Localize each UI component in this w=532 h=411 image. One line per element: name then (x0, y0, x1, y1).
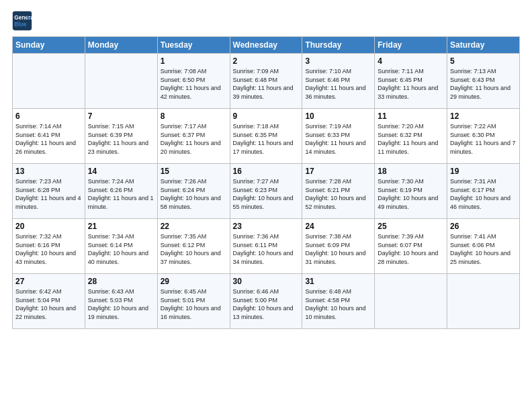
calendar-cell: 29Sunrise: 6:45 AMSunset: 5:01 PMDayligh… (157, 274, 230, 329)
cell-info: Daylight: 10 hours and 37 minutes. (161, 249, 227, 266)
cell-info: Sunrise: 7:23 AM (15, 177, 82, 186)
cell-info: Sunset: 6:43 PM (450, 76, 517, 85)
calendar-week-4: 20Sunrise: 7:32 AMSunset: 6:16 PMDayligh… (13, 219, 520, 274)
page: General Blue SundayMondayTuesdayWednesda… (0, 0, 532, 411)
cell-info: Daylight: 11 hours and 1 minute. (88, 194, 154, 211)
cell-info: Daylight: 10 hours and 10 minutes. (305, 304, 371, 321)
calendar-cell: 4Sunrise: 7:11 AMSunset: 6:45 PMDaylight… (375, 54, 447, 109)
calendar-cell: 8Sunrise: 7:17 AMSunset: 6:37 PMDaylight… (157, 109, 230, 164)
cell-info: Sunrise: 7:15 AM (88, 122, 154, 131)
cell-info: Daylight: 10 hours and 16 minutes. (161, 304, 227, 321)
calendar-cell: 26Sunrise: 7:41 AMSunset: 6:06 PMDayligh… (447, 219, 520, 274)
calendar-body: 1Sunrise: 7:08 AMSunset: 6:50 PMDaylight… (13, 54, 520, 329)
cell-info: Daylight: 11 hours and 42 minutes. (161, 84, 227, 101)
cell-info: Sunset: 6:07 PM (378, 241, 444, 250)
day-header-saturday: Saturday (447, 37, 520, 54)
cell-info: Sunset: 6:48 PM (233, 76, 300, 85)
calendar-cell: 19Sunrise: 7:31 AMSunset: 6:17 PMDayligh… (447, 164, 520, 219)
cell-info: Sunrise: 7:26 AM (161, 177, 227, 186)
cell-info: Sunset: 6:41 PM (15, 131, 82, 140)
cell-info: Sunrise: 7:28 AM (305, 177, 371, 186)
cell-info: Sunrise: 7:09 AM (233, 67, 300, 76)
day-header-monday: Monday (85, 37, 157, 54)
svg-text:Blue: Blue (14, 21, 26, 28)
calendar-week-5: 27Sunrise: 6:42 AMSunset: 5:04 PMDayligh… (13, 274, 520, 329)
cell-info: Daylight: 11 hours and 11 minutes. (378, 139, 444, 156)
cell-info: Sunset: 6:21 PM (305, 186, 371, 195)
cell-info: Daylight: 10 hours and 49 minutes. (378, 194, 444, 211)
day-number: 27 (15, 277, 82, 286)
cell-info: Sunset: 6:16 PM (15, 241, 82, 250)
cell-info: Sunrise: 7:34 AM (88, 232, 154, 241)
cell-info: Sunrise: 7:24 AM (88, 177, 154, 186)
cell-info: Sunset: 5:03 PM (88, 296, 154, 305)
calendar-week-1: 1Sunrise: 7:08 AMSunset: 6:50 PMDaylight… (13, 54, 520, 109)
calendar-cell: 16Sunrise: 7:27 AMSunset: 6:23 PMDayligh… (230, 164, 302, 219)
calendar-cell: 31Sunrise: 6:48 AMSunset: 4:58 PMDayligh… (302, 274, 375, 329)
day-number: 11 (378, 111, 444, 121)
day-number: 19 (450, 167, 517, 176)
cell-info: Sunrise: 7:36 AM (233, 232, 300, 241)
cell-info: Sunrise: 6:48 AM (305, 287, 371, 296)
day-header-thursday: Thursday (302, 37, 375, 54)
cell-info: Daylight: 11 hours and 36 minutes. (305, 84, 371, 101)
cell-info: Sunrise: 7:41 AM (450, 232, 517, 241)
day-number: 7 (88, 111, 154, 121)
day-number: 17 (305, 167, 371, 176)
cell-info: Daylight: 11 hours and 23 minutes. (88, 139, 154, 156)
cell-info: Sunset: 4:58 PM (305, 296, 371, 305)
day-number: 1 (161, 56, 227, 66)
calendar-cell: 21Sunrise: 7:34 AMSunset: 6:14 PMDayligh… (85, 219, 157, 274)
calendar-cell: 23Sunrise: 7:36 AMSunset: 6:11 PMDayligh… (230, 219, 302, 274)
cell-info: Sunset: 6:50 PM (161, 76, 227, 85)
day-number: 26 (450, 222, 517, 231)
day-number: 2 (233, 56, 300, 66)
cell-info: Sunrise: 7:22 AM (450, 122, 517, 131)
cell-info: Sunset: 6:30 PM (450, 131, 517, 140)
cell-info: Sunrise: 7:17 AM (161, 122, 227, 131)
cell-info: Sunrise: 7:19 AM (305, 122, 371, 131)
calendar-cell: 14Sunrise: 7:24 AMSunset: 6:26 PMDayligh… (85, 164, 157, 219)
day-number: 30 (233, 277, 300, 286)
cell-info: Daylight: 10 hours and 46 minutes. (450, 194, 517, 211)
cell-info: Daylight: 10 hours and 19 minutes. (88, 304, 154, 321)
cell-info: Sunset: 6:17 PM (450, 186, 517, 195)
calendar-cell: 12Sunrise: 7:22 AMSunset: 6:30 PMDayligh… (447, 109, 520, 164)
cell-info: Sunset: 6:12 PM (161, 241, 227, 250)
cell-info: Sunset: 6:45 PM (378, 76, 444, 85)
cell-info: Sunset: 6:11 PM (233, 241, 300, 250)
calendar-cell: 11Sunrise: 7:20 AMSunset: 6:32 PMDayligh… (375, 109, 447, 164)
day-header-friday: Friday (375, 37, 447, 54)
calendar-cell (375, 274, 447, 329)
cell-info: Sunset: 6:35 PM (233, 131, 300, 140)
logo: General Blue (12, 11, 35, 31)
day-header-sunday: Sunday (13, 37, 85, 54)
cell-info: Daylight: 11 hours and 20 minutes. (161, 139, 227, 156)
cell-info: Sunset: 6:32 PM (378, 131, 444, 140)
day-number: 13 (15, 167, 82, 176)
cell-info: Daylight: 10 hours and 31 minutes. (305, 249, 371, 266)
logo-icon: General Blue (12, 11, 32, 31)
day-number: 15 (161, 167, 227, 176)
cell-info: Daylight: 11 hours and 7 minutes. (450, 139, 517, 156)
cell-info: Sunrise: 7:11 AM (378, 67, 444, 76)
day-number: 31 (305, 277, 371, 286)
cell-info: Sunset: 5:00 PM (233, 296, 300, 305)
cell-info: Sunrise: 6:42 AM (15, 287, 82, 296)
cell-info: Sunset: 6:28 PM (15, 186, 82, 195)
calendar-cell: 25Sunrise: 7:39 AMSunset: 6:07 PMDayligh… (375, 219, 447, 274)
calendar-week-3: 13Sunrise: 7:23 AMSunset: 6:28 PMDayligh… (13, 164, 520, 219)
cell-info: Sunset: 6:19 PM (378, 186, 444, 195)
cell-info: Daylight: 10 hours and 58 minutes. (161, 194, 227, 211)
cell-info: Sunset: 6:37 PM (161, 131, 227, 140)
day-number: 24 (305, 222, 371, 231)
day-number: 28 (88, 277, 154, 286)
calendar-cell: 22Sunrise: 7:35 AMSunset: 6:12 PMDayligh… (157, 219, 230, 274)
cell-info: Daylight: 11 hours and 4 minutes. (15, 194, 82, 211)
cell-info: Daylight: 11 hours and 26 minutes. (15, 139, 82, 156)
day-number: 3 (305, 56, 371, 66)
cell-info: Sunset: 6:24 PM (161, 186, 227, 195)
cell-info: Sunrise: 7:13 AM (450, 67, 517, 76)
cell-info: Sunrise: 7:10 AM (305, 67, 371, 76)
day-number: 14 (88, 167, 154, 176)
